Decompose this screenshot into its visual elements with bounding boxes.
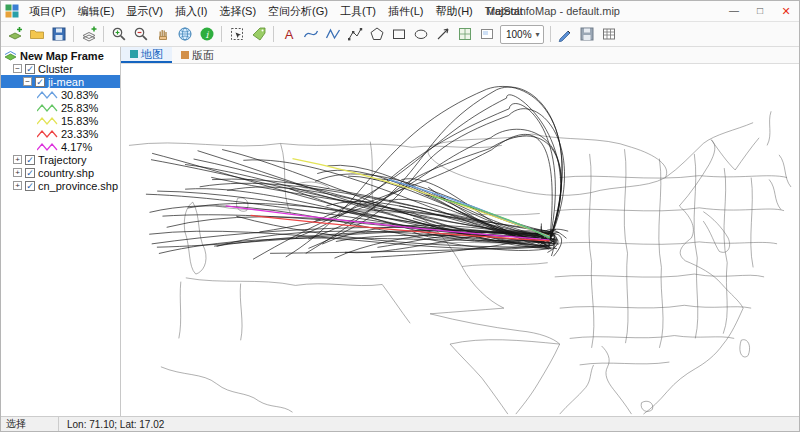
layer-checkbox[interactable]: ✓ [35, 77, 45, 87]
legend-item[interactable]: 25.83% [1, 101, 120, 114]
identify-button[interactable]: i [196, 24, 217, 45]
main-content: New Map Frame − ✓ Cluster − ✓ ji-mean 30… [1, 47, 799, 416]
new-map-icon [7, 26, 23, 42]
menu-help[interactable]: 帮助(H) [429, 1, 478, 21]
tab-layout[interactable]: 版面 [172, 47, 223, 63]
map-frame-item[interactable]: New Map Frame [1, 49, 120, 62]
edit-button[interactable] [555, 24, 576, 45]
layer-label: Cluster [38, 63, 73, 75]
ellipse-icon [413, 26, 429, 42]
minimize-button[interactable]: — [721, 1, 747, 21]
save-edit-icon [579, 26, 595, 42]
zoom-in-icon [111, 26, 127, 42]
app-icon [5, 4, 19, 18]
layout-button[interactable] [476, 24, 497, 45]
expand-icon[interactable]: + [13, 168, 22, 177]
draw-curve-button[interactable] [300, 24, 321, 45]
identify-icon: i [199, 26, 215, 42]
zoom-value: 100% [506, 29, 532, 40]
layer-checkbox[interactable]: ✓ [25, 168, 35, 178]
map-svg [121, 64, 799, 416]
zoom-combo[interactable]: 100% ▾ [500, 25, 544, 44]
select-feature-button[interactable] [226, 24, 247, 45]
zoom-in-button[interactable] [108, 24, 129, 45]
draw-zigzag-button[interactable] [322, 24, 343, 45]
layer-checkbox[interactable]: ✓ [25, 64, 35, 74]
menu-project[interactable]: 项目(P) [23, 1, 72, 21]
map-tab-icon [130, 50, 138, 58]
text-button[interactable]: A [278, 24, 299, 45]
pan-button[interactable] [152, 24, 173, 45]
add-layer-button[interactable] [78, 24, 99, 45]
legend-label: 25.83% [61, 102, 98, 114]
map-frame-icon [4, 49, 17, 62]
legend-line-icon [37, 130, 58, 138]
grid-map-icon [457, 26, 473, 42]
menu-insert[interactable]: 插入(I) [169, 1, 213, 21]
wind-icon [435, 26, 451, 42]
layer-item-trajectory[interactable]: + ✓ Trajectory [1, 153, 120, 166]
draw-ellipse-button[interactable] [410, 24, 431, 45]
wind-arrow-button[interactable] [432, 24, 453, 45]
collapse-icon[interactable]: − [23, 77, 32, 86]
full-extent-button[interactable] [174, 24, 195, 45]
save-edit-button[interactable] [577, 24, 598, 45]
curve-icon [303, 26, 319, 42]
legend-line-icon [37, 91, 58, 99]
menu-select[interactable]: 选择(S) [213, 1, 262, 21]
select-icon [229, 26, 245, 42]
toolbar-separator [221, 26, 222, 42]
menu-edit[interactable]: 编辑(E) [72, 1, 121, 21]
save-button[interactable] [48, 24, 69, 45]
layer-label: Trajectory [38, 154, 87, 166]
save-icon [51, 26, 67, 42]
toolbar: i A 100% ▾ [1, 22, 799, 47]
layer-label: country.shp [38, 167, 94, 179]
new-map-button[interactable] [4, 24, 25, 45]
menu-tools[interactable]: 工具(T) [334, 1, 382, 21]
layer-tree: New Map Frame − ✓ Cluster − ✓ ji-mean 30… [1, 47, 121, 416]
legend-line-icon [37, 117, 58, 125]
expand-icon[interactable]: + [13, 181, 22, 190]
draw-rectangle-button[interactable] [388, 24, 409, 45]
legend-line-icon [37, 143, 58, 151]
map-canvas[interactable] [121, 64, 799, 416]
layer-label: ji-mean [48, 76, 84, 88]
draw-polygon-button[interactable] [366, 24, 387, 45]
legend-label: 15.83% [61, 115, 98, 127]
close-button[interactable]: ✕ [773, 1, 799, 21]
zoom-out-button[interactable] [130, 24, 151, 45]
legend-item[interactable]: 4.17% [1, 140, 120, 153]
collapse-icon[interactable]: − [13, 64, 22, 73]
full-extent-icon [177, 26, 193, 42]
add-layer-icon [81, 26, 97, 42]
layer-item-cluster[interactable]: − ✓ Cluster [1, 62, 120, 75]
layer-item-cn-province[interactable]: + ✓ cn_province.shp [1, 179, 120, 192]
layout-icon [479, 26, 495, 42]
layer-item-ji-mean[interactable]: − ✓ ji-mean [1, 75, 120, 88]
application-window: 项目(P) 编辑(E) 显示(V) 插入(I) 选择(S) 空间分析(G) 工具… [0, 0, 800, 432]
expand-icon[interactable]: + [13, 155, 22, 164]
menu-spatial-analysis[interactable]: 空间分析(G) [262, 1, 334, 21]
menu-plugins[interactable]: 插件(L) [382, 1, 429, 21]
legend-item[interactable]: 15.83% [1, 114, 120, 127]
layer-checkbox[interactable]: ✓ [25, 155, 35, 165]
toolbar-separator [550, 26, 551, 42]
open-icon [29, 26, 45, 42]
legend-item[interactable]: 23.33% [1, 127, 120, 140]
attribute-table-button[interactable] [599, 24, 620, 45]
draw-polyline-button[interactable] [344, 24, 365, 45]
layer-item-country[interactable]: + ✓ country.shp [1, 166, 120, 179]
open-button[interactable] [26, 24, 47, 45]
label-button[interactable] [248, 24, 269, 45]
map-pane: 地图 版面 [121, 47, 799, 416]
layer-checkbox[interactable]: ✓ [25, 181, 35, 191]
legend-item[interactable]: 30.83% [1, 88, 120, 101]
tab-map[interactable]: 地图 [121, 47, 172, 63]
maximize-button[interactable]: □ [747, 1, 773, 21]
menu-view[interactable]: 显示(V) [120, 1, 169, 21]
grid-map-button[interactable] [454, 24, 475, 45]
tab-label: 地图 [141, 47, 163, 62]
pan-icon [155, 26, 171, 42]
legend-label: 23.33% [61, 128, 98, 140]
